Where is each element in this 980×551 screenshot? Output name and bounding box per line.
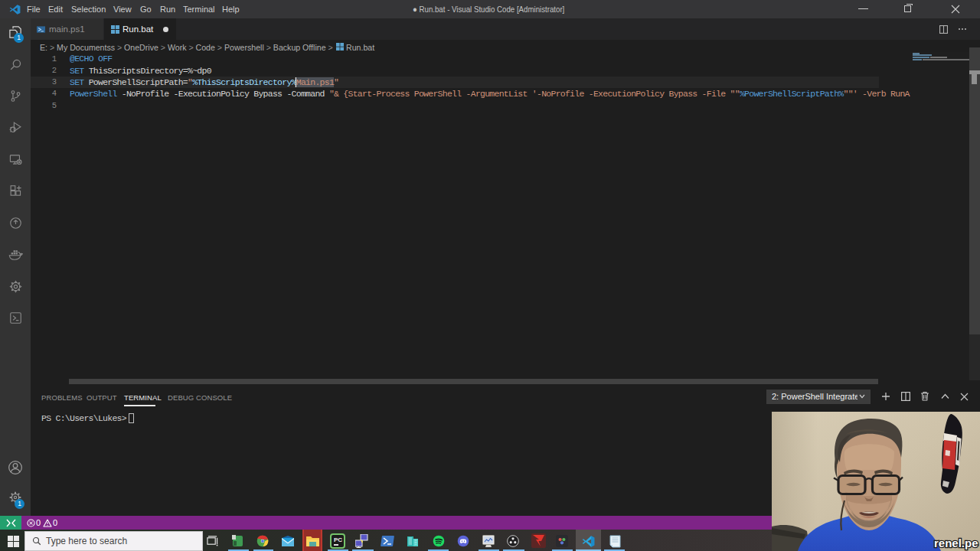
svg-text:renel.pe: renel.pe [934, 536, 978, 549]
